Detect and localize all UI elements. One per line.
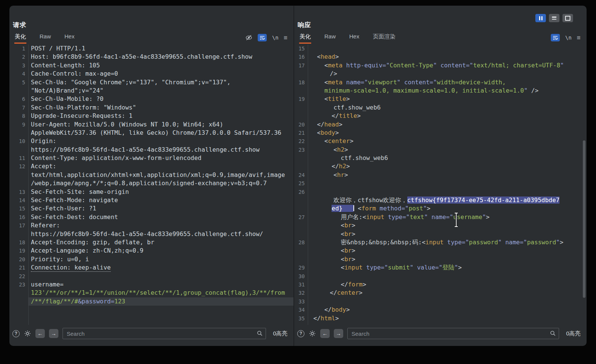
- line-number: 25: [294, 179, 308, 187]
- tab-Raw[interactable]: Raw: [39, 31, 51, 44]
- response-search-input[interactable]: [347, 328, 559, 339]
- code-token: Sec-Fetch-Mode: navigate: [31, 196, 118, 204]
- line-number: 17: [9, 221, 28, 230]
- tab-页面渲染[interactable]: 页面渲染: [373, 31, 396, 44]
- single-view-button[interactable]: [562, 14, 573, 22]
- line-number: 19: [9, 247, 28, 255]
- code-row: 21<body>: [294, 129, 587, 137]
- code-row: 29<input type="submit" value="登陆">: [294, 263, 587, 272]
- code-token: name=": [346, 79, 368, 86]
- wrap-lines-button[interactable]: [551, 34, 560, 41]
- code-row: 24<hr>: [294, 171, 587, 179]
- code-row: https://b96fc8b9-56fd-4ac1-a55e-4ac833e9…: [9, 230, 293, 238]
- wrap-lines-button[interactable]: [258, 34, 267, 41]
- split-horizontal-button[interactable]: [549, 14, 559, 22]
- code-token: >: [362, 281, 366, 288]
- line-number: 28: [294, 238, 308, 247]
- tab-美化[interactable]: 美化: [14, 31, 26, 44]
- code-token: </: [332, 112, 339, 119]
- code-token: >: [335, 315, 339, 322]
- line-number: 17: [294, 61, 308, 70]
- response-editor[interactable]: 1516<head>17<meta http-equiv="Content-Ty…: [294, 44, 587, 325]
- vertical-scrollbar[interactable]: [583, 140, 585, 298]
- code-token: >: [335, 129, 339, 136]
- code-row: 18<meta name="viewport" content="width=d…: [294, 78, 587, 87]
- code-row: text/html,application/xhtml+xml,applicat…: [9, 171, 293, 179]
- code-token: ": [397, 79, 404, 86]
- code-token: meta: [328, 62, 346, 69]
- request-editor[interactable]: 1POST / HTTP/1.12Host: b96fc8b9-56fd-4ac…: [9, 44, 293, 325]
- request-search-input[interactable]: [63, 328, 266, 339]
- code-token: User-Agent: Mozilla/5.0 (Windows NT 10.0…: [31, 121, 223, 128]
- tab-Hex[interactable]: Hex: [349, 31, 360, 44]
- settings-gear-icon[interactable]: [24, 330, 31, 337]
- code-token: head: [321, 53, 335, 60]
- next-match-button[interactable]: →: [49, 329, 58, 338]
- prev-match-button[interactable]: ←: [35, 329, 45, 338]
- next-match-button[interactable]: →: [334, 329, 343, 338]
- code-token: meta: [328, 79, 346, 86]
- code-token: >: [357, 112, 361, 119]
- code-row: 26: [294, 188, 587, 196]
- code-token: center: [328, 137, 350, 145]
- newline-toggle[interactable]: \n: [272, 35, 278, 41]
- menu-icon[interactable]: ≡: [577, 35, 581, 41]
- vertical-bar-icon: [539, 16, 540, 20]
- tab-Raw[interactable]: Raw: [324, 31, 336, 44]
- code-row: 13Sec-Fetch-Site: same-origin: [9, 188, 293, 196]
- line-number: [294, 87, 308, 95]
- code-token: <: [341, 222, 345, 229]
- code-token: >: [346, 95, 350, 102]
- eye-off-icon[interactable]: [245, 35, 252, 41]
- line-number: 31: [294, 280, 308, 289]
- code-row: 1POST / HTTP/1.1: [9, 44, 293, 53]
- code-token: <: [333, 146, 337, 153]
- code-token: ctf.show_web6: [341, 154, 388, 161]
- request-toolbar-icons: \n ≡: [245, 34, 287, 44]
- code-token: >: [560, 239, 564, 246]
- tab-Hex[interactable]: Hex: [64, 31, 75, 44]
- settings-gear-icon[interactable]: [309, 330, 316, 337]
- code-row: 9User-Agent: Mozilla/5.0 (Windows NT 10.…: [9, 120, 293, 129]
- code-token: 密&nbsp;&nbsp;&nbsp;码:: [341, 239, 422, 246]
- newline-toggle[interactable]: \n: [565, 35, 572, 41]
- code-token: viewport: [368, 79, 397, 86]
- code-row: 19Accept-Language: zh-CN,zh;q=0.9: [9, 247, 293, 255]
- code-token: hr: [337, 171, 344, 178]
- line-number: 15: [294, 44, 308, 53]
- split-vertical-button[interactable]: [535, 14, 546, 22]
- response-toolbar-icons: \n ≡: [551, 34, 581, 44]
- tab-美化[interactable]: 美化: [299, 31, 311, 44]
- code-token: method=": [380, 205, 409, 212]
- code-row: </title>: [294, 112, 587, 120]
- line-number: 30: [294, 272, 308, 280]
- code-token: Accept-Encoding: gzip, deflate, br: [31, 239, 154, 246]
- line-number: [9, 129, 28, 137]
- help-icon[interactable]: ?: [297, 330, 304, 337]
- line-number: 24: [294, 171, 308, 179]
- code-row: 28密&nbsp;&nbsp;&nbsp;码:<input type="pass…: [294, 238, 587, 247]
- code-token: <: [324, 62, 328, 69]
- response-tabbar: 美化RawHex页面渲染 \n ≡: [294, 31, 587, 44]
- code-token: type=": [388, 213, 410, 221]
- code-token: ": [556, 239, 560, 246]
- code-row: 17Referer:: [9, 221, 293, 230]
- code-token: >: [427, 205, 431, 212]
- line-number: 35: [294, 314, 308, 323]
- prev-match-button[interactable]: ←: [320, 329, 330, 338]
- line-number: 20: [9, 255, 28, 263]
- window-layout-buttons: [535, 14, 573, 22]
- screenshot-root: { "window": { "layout_buttons": [ {"name…: [0, 0, 596, 364]
- code-token: <: [333, 171, 337, 178]
- menu-icon[interactable]: ≡: [284, 35, 287, 41]
- code-token: text/html,application/xhtml+xml,applicat…: [31, 171, 285, 178]
- line-number: 18: [294, 78, 308, 87]
- line-number: [9, 289, 28, 297]
- line-number: 34: [294, 306, 308, 314]
- code-row: 123'/**/or/**/1=1/**/union/**/select/**/…: [9, 289, 293, 297]
- help-icon[interactable]: ?: [12, 330, 20, 337]
- code-token: form: [361, 205, 379, 212]
- code-token: name=": [431, 213, 453, 221]
- code-row: <br>: [294, 255, 587, 263]
- code-token: <: [324, 95, 328, 102]
